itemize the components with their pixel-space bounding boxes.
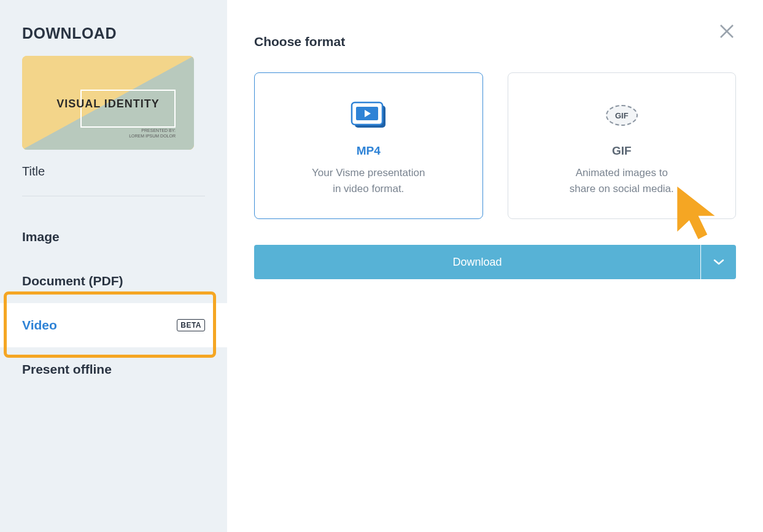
mp4-card-description: Your Visme presentation in video format. [267,165,470,196]
close-button[interactable] [719,23,735,42]
mp4-card-title: MP4 [267,144,470,158]
close-icon [719,23,735,39]
format-card-gif[interactable]: GIF GIF Animated images to share on soci… [508,72,737,219]
download-bar: Download [254,245,736,279]
sidebar-divider [22,196,205,196]
nav-item-video[interactable]: Video BETA [0,303,227,347]
main-panel: Choose format MP4 Your Visme presentatio… [227,0,763,532]
thumbnail-title: VISUAL IDENTITY [22,98,194,110]
mp4-video-icon [267,100,470,131]
project-thumbnail[interactable]: VISUAL IDENTITY PRESENTED BY: LOREM IPSU… [22,56,194,150]
sidebar-title: DOWNLOAD [22,25,205,42]
choose-format-heading: Choose format [254,34,736,49]
download-options-button[interactable] [700,245,736,279]
gif-card-title: GIF [521,144,724,158]
download-sidebar: DOWNLOAD VISUAL IDENTITY PRESENTED BY: L… [0,0,227,532]
beta-badge: BETA [177,319,205,331]
format-card-mp4[interactable]: MP4 Your Visme presentation in video for… [254,72,483,219]
gif-icon: GIF [521,100,724,131]
export-format-nav: Image Document (PDF) Video BETA Present … [0,215,227,391]
gif-card-description: Animated images to share on social media… [521,165,724,196]
nav-item-document-pdf[interactable]: Document (PDF) [0,259,227,303]
chevron-down-icon [713,258,724,266]
nav-item-present-offline[interactable]: Present offline [0,347,227,391]
download-button[interactable]: Download [254,245,700,279]
nav-item-image[interactable]: Image [0,215,227,259]
format-cards-row: MP4 Your Visme presentation in video for… [254,72,736,219]
project-title-label: Title [22,164,205,179]
thumbnail-subtitle: PRESENTED BY: LOREM IPSUM DOLOR [129,128,176,139]
